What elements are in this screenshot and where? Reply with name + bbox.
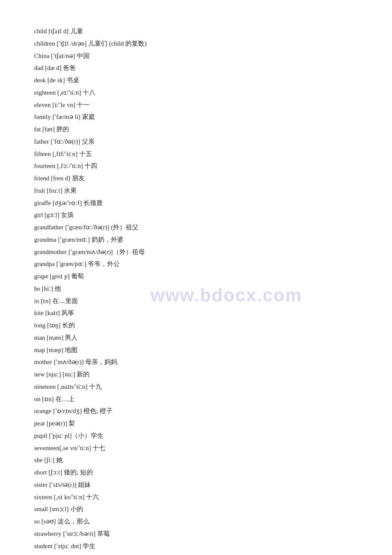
entry-on: on [ɒn] 在…上: [34, 393, 358, 405]
entry-in: in [ɪn] 在…里面: [34, 295, 358, 307]
entry-sister: sister [ˈsɪs/tə(r)] 姐妹: [34, 479, 358, 491]
entry-grape: grape [greɪ p] 葡萄: [34, 271, 358, 283]
entry-short: short [ʃɔːt] 矮的; 短的: [34, 467, 358, 479]
entry-tail: tail [teɪl] 尾巴: [34, 552, 358, 555]
entry-mother: mother [ˈmʌ/ðə(r)] 母亲，妈妈: [34, 356, 358, 368]
entry-giraffe: giraffe [dʒə/ˈrɑːf] 长颈鹿: [34, 197, 358, 209]
entry-china: China [ˈtʃaɪ/nə] 中国: [34, 50, 358, 62]
content-area: child [tʃaɪl d] 儿童children [ˈtʃɪl /drən]…: [0, 0, 392, 555]
entry-fifteen: fifteen [ˌfɪf/ˈtiːn] 十五: [34, 148, 358, 160]
entry-seventeen: seventeen[ˌse vn/ˈtiːn] 十七: [34, 442, 358, 454]
entry-dad: dad [dæ d] 爸爸: [34, 62, 358, 74]
entry-children: children [ˈtʃɪl /drən] 儿童们 (child 的复数): [34, 38, 358, 50]
entry-she: she [ʃiː] 她: [34, 454, 358, 466]
entry-sixteen: sixteen [ˌsɪ ks/ˈtiːn] 十六: [34, 491, 358, 503]
entry-long: long [lɒŋ] 长的: [34, 320, 358, 332]
entry-fruit: fruit [fruːt] 水果: [34, 185, 358, 197]
entry-kite: kite [kaɪt] 风筝: [34, 307, 358, 319]
entry-girl: girl [gɜːl] 女孩: [34, 209, 358, 221]
entry-map: map [mæp] 地图: [34, 344, 358, 356]
entry-grandma: grandma [ˈgræn/mɑː] 奶奶，外婆: [34, 234, 358, 246]
entry-pupil: pupil [ˈpjuː pl]（小）学生: [34, 430, 358, 442]
entry-small: small [smɔːl] 小的: [34, 503, 358, 515]
entry-man: man [mæn] 男人: [34, 332, 358, 344]
entry-grandfather: grandfather [ˈgræn/fɑː/ðə(r)] (外）祖父: [34, 222, 358, 234]
entry-student: student [ˈstjuː dnt] 学生: [34, 541, 358, 552]
entry-desk: desk [de sk] 书桌: [34, 75, 358, 87]
entry-he: he [hiː] 他: [34, 283, 358, 295]
entry-so: so [səʊ] 这么，那么: [34, 516, 358, 528]
entry-nineteen: nineteen [ˌnaɪn/ˈtiːn] 十九: [34, 381, 358, 393]
entry-grandmother: grandmother [ˈgræn/mʌ/ðə(r)]（外）祖母: [34, 246, 358, 258]
entry-eighteen: eighteen [ˌeɪ/ˈtiːn] 十八: [34, 87, 358, 99]
entry-pear: pear [peə(r)] 梨: [34, 418, 358, 430]
entry-orange: orange [ˈɒ/rɪn/dʒ] 橙色; 橙子: [34, 405, 358, 417]
entry-fourteen: fourteen [ˌfɔː/ˈtiːn] 十四: [34, 160, 358, 172]
entry-friend: friend [fren d] 朋友: [34, 173, 358, 185]
entry-child: child [tʃaɪl d] 儿童: [34, 26, 358, 38]
entry-family: family [ˈfæ/mə li] 家庭: [34, 111, 358, 123]
entry-strawberry: strawberry [ˈstrɔː/bə/ri] 草莓: [34, 528, 358, 540]
entry-eleven: eleven [ɪ/ˈle vn] 十一: [34, 99, 358, 111]
entry-grandpa: grandpa [ˈgræn/pɑː] 爷爷，外公: [34, 258, 358, 270]
entry-fat: fat [fæt] 胖的: [34, 124, 358, 136]
entry-father: father [ˈfɑː/ðə(r)] 父亲: [34, 136, 358, 148]
entry-new: new [njuː] [nuː] 新的: [34, 369, 358, 381]
